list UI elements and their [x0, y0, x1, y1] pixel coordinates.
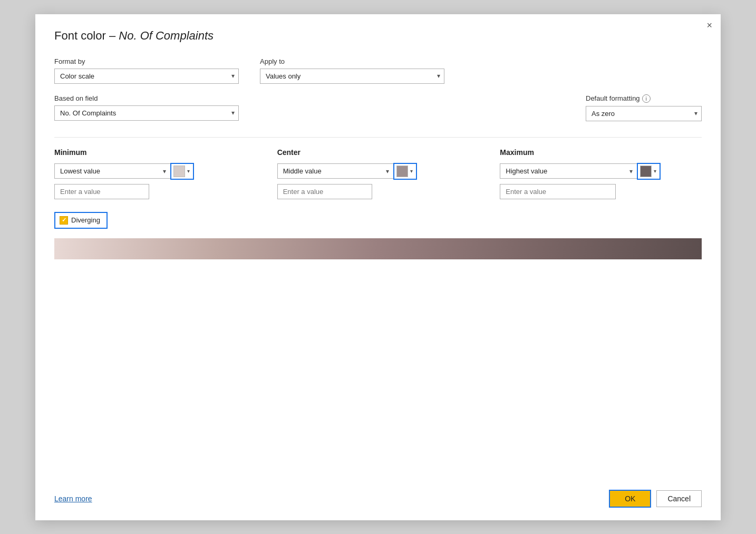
based-on-field-select[interactable]: No. Of Complaints	[54, 105, 239, 121]
based-on-field-label: Based on field	[54, 94, 239, 102]
apply-to-wrapper: Values only Values and totals Totals onl…	[260, 69, 444, 84]
apply-to-group: Apply to Values only Values and totals T…	[260, 57, 444, 84]
footer: Learn more OK Cancel	[54, 481, 702, 508]
center-label: Center	[277, 148, 479, 157]
format-by-select[interactable]: Color scale Rules Field value	[54, 69, 239, 84]
learn-more-link[interactable]: Learn more	[54, 494, 92, 503]
maximum-color-row: Highest value Number Percent Percentile …	[500, 163, 702, 180]
divider	[54, 137, 702, 138]
apply-to-select[interactable]: Values only Values and totals Totals onl…	[260, 69, 444, 84]
center-type-select[interactable]: Middle value Number Percent Percentile F…	[277, 163, 393, 179]
font-color-dialog: × Font color – No. Of Complaints Format …	[35, 14, 721, 520]
close-button[interactable]: ×	[706, 21, 712, 30]
format-by-group: Format by Color scale Rules Field value	[54, 57, 239, 84]
footer-buttons: OK Cancel	[609, 490, 702, 508]
diverging-label: Diverging	[71, 216, 100, 224]
diverging-checkbox[interactable]	[60, 216, 68, 225]
maximum-color-button[interactable]: ▾	[637, 163, 661, 180]
ok-button[interactable]: OK	[609, 490, 651, 508]
info-icon: i	[642, 94, 651, 103]
format-by-wrapper: Color scale Rules Field value	[54, 69, 239, 84]
minimum-type-wrapper: Lowest value Number Percent Percentile F…	[54, 163, 170, 179]
dialog-title: Font color – No. Of Complaints	[54, 29, 702, 43]
maximum-type-select[interactable]: Highest value Number Percent Percentile …	[500, 163, 637, 179]
minimum-section: Minimum Lowest value Number Percent Perc…	[54, 148, 256, 199]
diverging-checkbox-container[interactable]: Diverging	[54, 212, 108, 229]
center-section: Center Middle value Number Percent Perce…	[277, 148, 479, 199]
center-value-input[interactable]	[277, 184, 372, 199]
default-formatting-label: Default formatting	[586, 94, 640, 102]
maximum-color-swatch	[640, 166, 652, 177]
minimum-value-input[interactable]	[54, 184, 149, 199]
maximum-value-input[interactable]	[500, 184, 616, 199]
minimum-type-select[interactable]: Lowest value Number Percent Percentile F…	[54, 163, 170, 179]
based-on-field-wrapper: No. Of Complaints	[54, 105, 239, 121]
center-color-button[interactable]: ▾	[393, 163, 417, 180]
minimum-color-arrow: ▾	[186, 168, 191, 174]
based-default-row: Based on field No. Of Complaints Default…	[54, 94, 702, 121]
maximum-color-arrow: ▾	[653, 168, 657, 174]
format-apply-row: Format by Color scale Rules Field value …	[54, 57, 702, 84]
spacer	[54, 266, 702, 481]
minimum-label: Minimum	[54, 148, 256, 157]
minimum-color-swatch	[173, 166, 185, 177]
based-on-field-group: Based on field No. Of Complaints	[54, 94, 239, 121]
default-formatting-group: Default formatting i As zero As blank	[586, 94, 702, 121]
center-color-arrow: ▾	[409, 168, 414, 174]
minimum-color-row: Lowest value Number Percent Percentile F…	[54, 163, 256, 180]
maximum-label: Maximum	[500, 148, 702, 157]
minimum-color-button[interactable]: ▾	[170, 163, 194, 180]
default-formatting-select[interactable]: As zero As blank	[586, 106, 702, 121]
center-color-swatch	[396, 166, 408, 177]
maximum-type-wrapper: Highest value Number Percent Percentile …	[500, 163, 637, 179]
format-by-label: Format by	[54, 57, 239, 65]
min-center-max-row: Minimum Lowest value Number Percent Perc…	[54, 148, 702, 199]
diverging-row: Diverging	[54, 212, 702, 229]
default-formatting-wrapper: As zero As blank	[586, 106, 702, 121]
center-type-wrapper: Middle value Number Percent Percentile F…	[277, 163, 393, 179]
cancel-button[interactable]: Cancel	[656, 490, 702, 507]
center-color-row: Middle value Number Percent Percentile F…	[277, 163, 479, 180]
gradient-preview-bar	[54, 238, 702, 259]
apply-to-label: Apply to	[260, 57, 444, 65]
maximum-section: Maximum Highest value Number Percent Per…	[500, 148, 702, 199]
